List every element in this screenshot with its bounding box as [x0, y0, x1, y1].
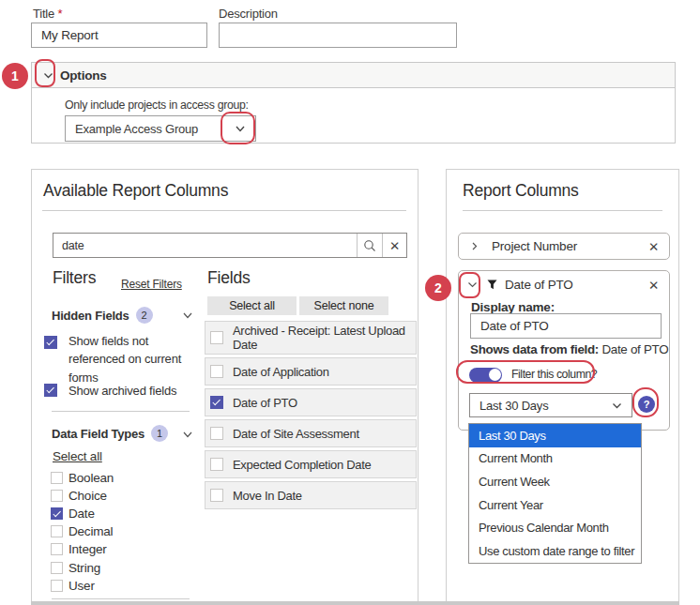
select-all-fields-button[interactable]: Select all: [207, 296, 297, 315]
description-input[interactable]: [219, 23, 457, 48]
check-icon: [46, 386, 53, 393]
clear-search-button[interactable]: ✕: [382, 234, 406, 257]
type-filter-row-user[interactable]: User: [51, 577, 114, 595]
project-number-label: Project Number: [492, 239, 577, 253]
field-checkbox[interactable]: [210, 396, 223, 409]
clear-search-icon: ✕: [389, 238, 400, 253]
type-filter-row-choice[interactable]: Choice: [51, 487, 114, 505]
field-checkbox[interactable]: [210, 365, 223, 378]
data-field-types-group-header[interactable]: Data Field Types 1: [52, 425, 168, 442]
remove-column-icon[interactable]: ✕: [648, 278, 659, 293]
access-group-value: Example Access Group: [75, 122, 198, 136]
annotation-step-1: 1: [2, 63, 28, 89]
search-icon: [363, 239, 376, 252]
type-filter-row-date[interactable]: Date: [51, 505, 114, 522]
title-label: Title *: [33, 7, 62, 21]
dropdown-option-current-year[interactable]: Current Year: [469, 493, 641, 517]
data-field-types-chevron-down-icon[interactable]: [181, 428, 194, 441]
available-columns-title: Available Report Columns: [43, 181, 228, 201]
field-label: Move In Date: [233, 489, 302, 503]
options-section: Options Only include projects in access …: [31, 62, 676, 144]
hidden-fields-chevron-down-icon[interactable]: [181, 309, 194, 322]
field-checkbox[interactable]: [210, 427, 223, 440]
string-label: String: [68, 561, 100, 575]
options-header[interactable]: Options: [32, 63, 675, 88]
type-filter-row-integer[interactable]: Integer: [51, 540, 114, 558]
fields-buttons: Select all Select none: [207, 296, 388, 315]
field-item-move-in-date[interactable]: Move In Date: [205, 481, 417, 509]
annotation-box-help-icon: [632, 387, 659, 417]
title-input[interactable]: [31, 23, 207, 48]
shows-data-label: Shows data from field:: [470, 342, 599, 356]
field-label: Date of Site Assessment: [233, 427, 359, 441]
decimal-checkbox[interactable]: [51, 525, 63, 537]
dropdown-option-current-week[interactable]: Current Week: [469, 470, 641, 493]
dropdown-option-last-30-days[interactable]: Last 30 Days: [469, 424, 641, 447]
search-button[interactable]: [357, 234, 382, 257]
show-archived-checkbox[interactable]: [44, 384, 57, 397]
date-checkbox[interactable]: [51, 507, 63, 520]
date-of-pto-label: Date of PTO: [505, 278, 573, 292]
type-filter-row-string[interactable]: String: [51, 558, 114, 576]
search-bar: ✕: [53, 233, 407, 258]
show-not-referenced-checkbox[interactable]: [44, 336, 57, 349]
field-item-archived-receipt[interactable]: Archived - Receipt: Latest Upload Date: [205, 321, 417, 355]
reset-filters-link[interactable]: Reset Filters: [121, 278, 182, 291]
type-filter-list: Boolean Choice Date Decimal Integer Stri…: [51, 469, 114, 595]
display-name-label: Display name:: [471, 300, 555, 314]
annotation-step-2: 2: [425, 275, 451, 301]
dropdown-option-current-month[interactable]: Current Month: [469, 447, 641, 471]
annotation-box-access-group-chevron: [221, 112, 255, 144]
data-field-types-count-badge: 1: [151, 425, 168, 442]
remove-column-icon[interactable]: ✕: [648, 239, 659, 254]
hidden-fields-group-header[interactable]: Hidden Fields 2: [52, 307, 153, 324]
type-filter-row-boolean[interactable]: Boolean: [51, 469, 114, 487]
choice-label: Choice: [68, 489, 107, 503]
date-label: Date: [68, 507, 95, 521]
check-icon: [46, 338, 53, 345]
annotation-box-filter-toggle: [456, 360, 595, 384]
field-item-date-of-application[interactable]: Date of Application: [205, 357, 417, 386]
search-input[interactable]: [53, 234, 357, 257]
check-icon: [212, 398, 220, 405]
hidden-fields-count-badge: 2: [136, 307, 153, 324]
dropdown-option-previous-calendar-month[interactable]: Previous Calendar Month: [469, 516, 641, 539]
boolean-checkbox[interactable]: [51, 472, 63, 484]
field-label: Date of Application: [233, 365, 329, 379]
cutoff-content-band: [31, 601, 679, 605]
integer-label: Integer: [68, 542, 107, 556]
available-report-columns-panel: Available Report Columns ✕ Filters Reset…: [31, 169, 418, 605]
date-of-pto-header[interactable]: Date of PTO ✕: [459, 271, 669, 298]
select-all-types-link[interactable]: Select all: [53, 449, 102, 463]
field-item-date-of-pto[interactable]: Date of PTO: [205, 388, 417, 416]
annotation-box-options-chevron: [35, 59, 55, 87]
date-range-select-value: Last 30 Days: [479, 399, 548, 413]
user-checkbox[interactable]: [51, 580, 63, 592]
report-column-project-number[interactable]: Project Number ✕: [458, 233, 670, 260]
annotation-box-pto-chevron: [459, 272, 480, 298]
user-label: User: [68, 579, 95, 593]
date-range-select[interactable]: Last 30 Days: [469, 393, 632, 417]
dropdown-option-custom-date-range[interactable]: Use custom date range to filter: [469, 539, 641, 563]
check-icon: [53, 508, 60, 516]
decimal-label: Decimal: [68, 524, 113, 538]
field-label: Date of PTO: [233, 396, 297, 410]
options-header-label: Options: [60, 68, 107, 83]
shows-data-value: Date of PTO: [601, 342, 668, 356]
choice-checkbox[interactable]: [51, 490, 63, 502]
show-not-referenced-label: Show fields not referenced on current fo…: [68, 332, 200, 386]
integer-checkbox[interactable]: [51, 543, 63, 555]
string-checkbox[interactable]: [51, 562, 63, 574]
required-asterisk: *: [58, 7, 63, 21]
field-item-date-of-site-assessment[interactable]: Date of Site Assessment: [205, 419, 417, 447]
field-checkbox[interactable]: [210, 489, 223, 502]
expand-chevron-right-icon[interactable]: [469, 241, 479, 251]
shows-data-line: Shows data from field: Date of PTO: [470, 342, 668, 356]
type-filter-row-decimal[interactable]: Decimal: [51, 522, 114, 540]
show-archived-label: Show archived fields: [68, 384, 219, 398]
select-none-fields-button[interactable]: Select none: [299, 296, 388, 315]
field-checkbox[interactable]: [210, 331, 223, 344]
display-name-input[interactable]: [470, 313, 662, 339]
field-item-expected-completion-date[interactable]: Expected Completion Date: [205, 450, 417, 478]
field-checkbox[interactable]: [210, 458, 223, 471]
